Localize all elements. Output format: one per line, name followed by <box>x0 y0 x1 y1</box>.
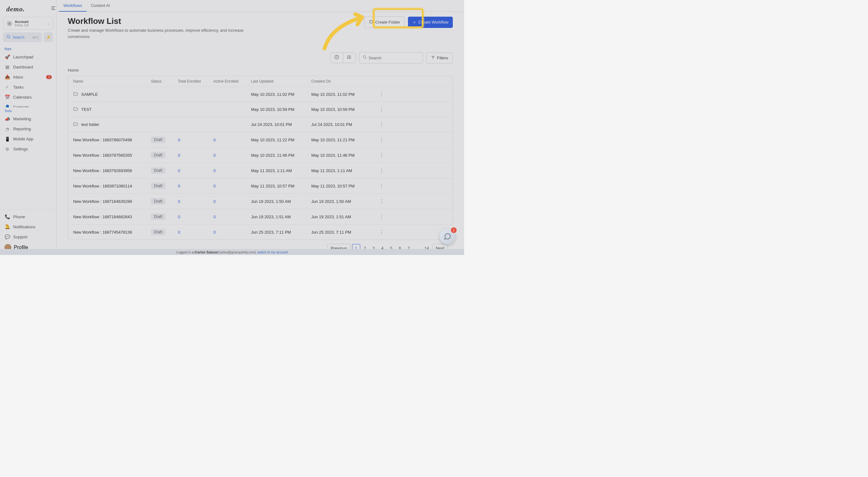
cell-updated: May 11 2023, 1:11 AM <box>251 168 311 173</box>
svg-point-9 <box>347 56 348 56</box>
global-search[interactable]: Search ctrl K <box>3 32 42 42</box>
row-name: New Workflow : 1683871060114 <box>73 184 132 188</box>
folder-icon <box>73 122 78 127</box>
table-row[interactable]: test folderJul 24 2023, 10:01 PMJul 24 2… <box>68 117 453 132</box>
row-actions-menu[interactable]: ⋮ <box>379 107 384 112</box>
nav-item-support[interactable]: 💬Support <box>0 232 56 242</box>
nav-item-contacts[interactable]: 👤Contacts <box>0 102 56 108</box>
active-enrolled-link[interactable]: 0 <box>213 168 216 173</box>
sidebar-collapse-button[interactable] <box>50 4 57 12</box>
nav-item-inbox[interactable]: 📥Inbox1 <box>0 72 56 82</box>
row-name: New Workflow : 1687164635299 <box>73 199 132 204</box>
nav-item-settings[interactable]: ⚙Settings <box>0 144 56 154</box>
account-selector[interactable]: ◎ Account Irvine, CA ⌄ <box>3 17 53 30</box>
cell-actions: ⋮ <box>372 168 384 174</box>
nav-item-dashboard[interactable]: ▦Dashboard <box>0 62 56 72</box>
page-title: Workflow List <box>68 16 262 26</box>
row-actions-menu[interactable]: ⋮ <box>379 214 384 219</box>
row-actions-menu[interactable]: ⋮ <box>379 122 384 127</box>
status-badge: Draft <box>151 213 165 220</box>
nav-item-notifications[interactable]: 🔔Notifications <box>0 222 56 232</box>
row-actions-menu[interactable]: ⋮ <box>379 199 384 204</box>
table-row[interactable]: SAMPLEMay 10 2023, 11:02 PMMay 10 2023, … <box>68 87 453 102</box>
filters-button[interactable]: Filters <box>426 53 453 63</box>
breadcrumb[interactable]: Home <box>68 68 453 72</box>
main-content: Workflows Content AI Workflow List Creat… <box>57 0 464 249</box>
table-search[interactable] <box>359 52 423 63</box>
row-actions-menu[interactable]: ⋮ <box>379 153 384 158</box>
cell-status: Draft <box>151 213 178 220</box>
total-enrolled-link[interactable]: 0 <box>178 138 180 142</box>
active-enrolled-link[interactable]: 0 <box>213 199 216 204</box>
cell-active: 0 <box>213 230 251 235</box>
quick-actions-button[interactable]: ⚡ <box>43 32 53 42</box>
chat-widget[interactable]: 2 <box>440 229 455 244</box>
table-row[interactable]: New Workflow : 1683871060114Draft00May 1… <box>68 178 453 194</box>
table-row[interactable]: TESTMay 10 2023, 10:59 PMMay 10 2023, 10… <box>68 102 453 117</box>
nav-item-marketing[interactable]: 📣Marketing <box>0 114 56 124</box>
th-updated: Last Updated <box>251 79 311 84</box>
total-enrolled-link[interactable]: 0 <box>178 199 180 204</box>
th-active: Active Enrolled <box>213 79 251 84</box>
folder-icon <box>369 20 373 25</box>
cell-updated: Jul 24 2023, 10:01 PM <box>251 122 311 127</box>
nav-item-reporting[interactable]: ◔Reporting <box>0 124 56 134</box>
cell-name: TEST <box>73 107 151 112</box>
cell-status: Draft <box>151 168 178 174</box>
nav-item-tasks[interactable]: ✓Tasks <box>0 82 56 92</box>
tab-content-ai[interactable]: Content AI <box>87 0 115 11</box>
cell-actions: ⋮ <box>372 107 384 112</box>
table-search-input[interactable] <box>369 56 422 60</box>
total-enrolled-link[interactable]: 0 <box>178 153 180 158</box>
create-workflow-button[interactable]: ＋ Create Workflow <box>408 17 453 28</box>
nav-item-phone[interactable]: 📞Phone <box>0 212 56 222</box>
row-actions-menu[interactable]: ⋮ <box>379 183 384 189</box>
total-enrolled-link[interactable]: 0 <box>178 184 180 188</box>
table-row[interactable]: New Workflow : 1683787565355Draft00May 1… <box>68 148 453 163</box>
row-actions-menu[interactable]: ⋮ <box>379 168 384 173</box>
svg-line-1 <box>9 38 10 39</box>
th-status: Status <box>151 79 178 84</box>
cell-actions: ⋮ <box>372 183 384 189</box>
table-row[interactable]: New Workflow : 1683792693958Draft00May 1… <box>68 163 453 178</box>
cell-created: May 10 2023, 11:46 PM <box>311 153 372 158</box>
table-row[interactable]: New Workflow : 1683786070498Draft00May 1… <box>68 132 453 148</box>
active-enrolled-link[interactable]: 0 <box>213 153 216 158</box>
nav-bottom: 📞Phone🔔Notifications💬SupportProfile <box>0 209 56 255</box>
account-avatar-icon: ◎ <box>7 21 12 26</box>
nav-label: Settings <box>13 147 28 151</box>
active-enrolled-link[interactable]: 0 <box>213 184 216 188</box>
list-view-toggle[interactable] <box>343 53 355 63</box>
row-actions-menu[interactable]: ⋮ <box>379 92 384 97</box>
nav-item-mobile-app[interactable]: 📱Mobile App <box>0 134 56 144</box>
cell-name: New Workflow : 1683792693958 <box>73 168 151 173</box>
cell-updated: May 10 2023, 11:46 PM <box>251 153 311 158</box>
nav-item-launchpad[interactable]: 🚀Launchpad <box>0 52 56 62</box>
table-header: Name Status Total Enrolled Active Enroll… <box>68 76 453 87</box>
total-enrolled-link[interactable]: 0 <box>178 230 180 235</box>
footer-username: Carlos Salazar <box>195 250 218 254</box>
cell-total: 0 <box>178 153 213 158</box>
switch-account-link[interactable]: switch to my account <box>257 250 288 254</box>
recent-view-toggle[interactable] <box>331 53 343 63</box>
active-enrolled-link[interactable]: 0 <box>213 214 216 219</box>
folder-icon <box>73 91 78 97</box>
total-enrolled-link[interactable]: 0 <box>178 168 180 173</box>
total-enrolled-link[interactable]: 0 <box>178 214 180 219</box>
table-row[interactable]: New Workflow : 1687164682643Draft00Jun 1… <box>68 209 453 225</box>
active-enrolled-link[interactable]: 0 <box>213 138 216 142</box>
nav-label: Inbox <box>13 75 23 80</box>
cell-status: Draft <box>151 152 178 158</box>
active-enrolled-link[interactable]: 0 <box>213 230 216 235</box>
tab-workflows[interactable]: Workflows <box>59 0 87 11</box>
cell-active: 0 <box>213 199 251 204</box>
app-logo: demo. <box>6 5 50 13</box>
create-folder-button[interactable]: Create Folder <box>364 16 405 28</box>
row-actions-menu[interactable]: ⋮ <box>379 137 384 143</box>
table-row[interactable]: New Workflow : 1687745478138Draft00Jun 2… <box>68 225 453 240</box>
cell-actions: ⋮ <box>372 229 384 235</box>
table-row[interactable]: New Workflow : 1687164635299Draft00Jun 1… <box>68 194 453 209</box>
cell-status: Draft <box>151 229 178 235</box>
nav-item-calendars[interactable]: 📅Calendars <box>0 92 56 102</box>
row-actions-menu[interactable]: ⋮ <box>379 230 384 235</box>
